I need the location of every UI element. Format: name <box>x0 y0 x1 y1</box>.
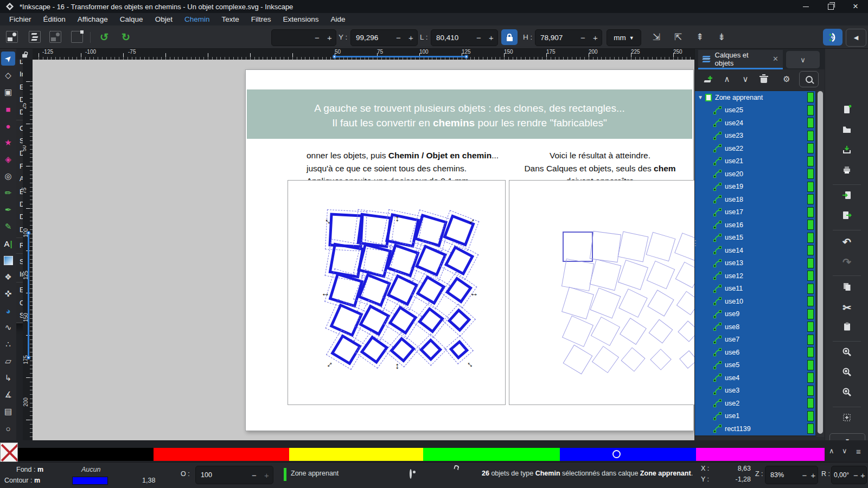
object-row-use6[interactable]: use6 <box>695 346 815 359</box>
banner-text[interactable]: A gauche se trouvent plusieurs objets : … <box>247 89 692 139</box>
fill-value[interactable]: Aucun <box>81 466 100 473</box>
object-row-use7[interactable]: use7 <box>695 333 815 346</box>
tree-scrollbar-thumb[interactable] <box>818 91 823 434</box>
pages-tool[interactable]: ▤ <box>1 404 15 419</box>
minimize-button[interactable] <box>793 0 818 13</box>
horizontal-ruler[interactable]: -125-100-755075100125150175200225250 <box>33 49 694 60</box>
connector-tool[interactable]: ↳ <box>1 371 15 385</box>
select-all-button[interactable] <box>4 30 20 44</box>
select-all-layers-button[interactable] <box>27 30 42 44</box>
mesh-gradient-tool[interactable]: ❖ <box>1 270 15 284</box>
object-row-use25[interactable]: use25 <box>695 104 815 117</box>
opacity-increment[interactable]: + <box>260 466 273 484</box>
selection-scale-handle[interactable]: ↕ <box>395 362 399 370</box>
selection-scale-handle[interactable]: ↔ <box>470 290 478 297</box>
canvas-object-square[interactable] <box>647 261 675 290</box>
rotate-cw-button[interactable]: ↻ <box>118 30 133 44</box>
width-field[interactable]: 80,410 − + <box>431 29 498 46</box>
canvas-object-square[interactable] <box>618 260 648 290</box>
object-row-use15[interactable]: use15 <box>695 232 815 245</box>
zoom-selection-button[interactable] <box>839 345 854 361</box>
y-field[interactable]: 99,296 − + <box>350 29 418 46</box>
canvas-object-square[interactable] <box>590 231 621 262</box>
zoom-field[interactable]: 83% − + <box>765 466 818 484</box>
stroke-color-swatch[interactable] <box>72 477 108 485</box>
layer-visibility-toggle[interactable] <box>410 470 412 478</box>
canvas[interactable]: A gauche se trouvent plusieurs objets : … <box>33 60 694 440</box>
spray-tool[interactable]: ∴ <box>1 337 15 351</box>
y-decrement[interactable]: − <box>392 30 405 46</box>
rotation-increment[interactable]: + <box>859 466 866 484</box>
restore-button[interactable] <box>818 0 843 13</box>
object-row-use11[interactable]: use11 <box>695 282 815 296</box>
menubar-item-objet[interactable]: Objet <box>149 14 178 24</box>
object-row-use5[interactable]: use5 <box>695 359 815 372</box>
lower-layer-button[interactable]: ∨ <box>736 72 755 87</box>
palette-swatch-black[interactable] <box>18 448 154 461</box>
pencil-tool[interactable]: ✏ <box>1 186 15 200</box>
object-row-use20[interactable]: use20 <box>695 168 815 181</box>
canvas-object-square[interactable] <box>646 232 676 262</box>
canvas-object-square[interactable] <box>618 288 647 317</box>
tree-scrollbar[interactable] <box>816 90 824 437</box>
object-row-use2[interactable]: use2 <box>695 397 815 410</box>
undo-button[interactable]: ↶ <box>839 234 854 249</box>
save-document-button[interactable] <box>839 143 854 158</box>
panel-resize-handle[interactable]: ⋮ <box>692 239 699 247</box>
rectangle-tool[interactable]: ■ <box>1 102 15 116</box>
snapbar-collapse-button[interactable]: ◀ <box>846 29 866 47</box>
unit-dropdown[interactable]: mm▼ <box>607 29 641 46</box>
object-row-use18[interactable]: use18 <box>695 193 815 206</box>
x-field[interactable]: − + <box>271 29 336 46</box>
canvas-object-square[interactable] <box>679 350 694 369</box>
menubar-item-affichage[interactable]: Affichage <box>72 14 114 24</box>
bezier-pen-tool[interactable]: ✒ <box>1 203 15 217</box>
zoom-decrement[interactable]: − <box>800 466 809 484</box>
canvas-object-square[interactable] <box>563 345 593 375</box>
rotation-field[interactable]: 0,00° − + <box>831 466 867 484</box>
opacity-decrement[interactable]: − <box>248 466 260 484</box>
current-layer-name[interactable]: Zone apprenant <box>291 470 339 477</box>
new-document-button[interactable] <box>839 103 854 118</box>
tab-calques-et-objets[interactable]: Calques et objets ✕ <box>698 50 783 69</box>
spiral-tool[interactable]: ◎ <box>1 169 15 183</box>
canvas-object-square[interactable] <box>678 320 694 342</box>
tab-close-icon[interactable]: ✕ <box>773 55 778 63</box>
stroke-width-value[interactable]: 1,38 <box>142 477 155 484</box>
x-increment[interactable]: + <box>323 30 336 46</box>
shape-builder-tool[interactable]: ▣ <box>1 85 15 99</box>
tweak-tool[interactable]: ∿ <box>1 320 15 335</box>
object-row-use8[interactable]: use8 <box>695 320 815 333</box>
menubar-item-filtres[interactable]: Filtres <box>245 14 277 24</box>
menubar-item-calque[interactable]: Calque <box>114 14 149 24</box>
canvas-object-square[interactable] <box>561 259 594 291</box>
eraser-tool[interactable]: ▱ <box>1 354 15 368</box>
delete-layer-button[interactable] <box>755 72 773 87</box>
print-document-button[interactable] <box>839 163 854 178</box>
object-row-use13[interactable]: use13 <box>695 257 815 270</box>
canvas-object-square[interactable] <box>675 262 694 288</box>
guide-lock-corner[interactable] <box>16 49 33 60</box>
layer-row-zone-apprenant[interactable]: ▼Zone apprenant <box>695 91 815 104</box>
raise-layer-button[interactable]: ∧ <box>718 72 736 87</box>
menubar-item-texte[interactable]: Texte <box>215 14 245 24</box>
ellipse-tool[interactable]: ● <box>1 119 15 133</box>
object-row-use3[interactable]: use3 <box>695 384 815 397</box>
canvas-object-square[interactable] <box>590 259 621 291</box>
selection-box-button[interactable] <box>69 30 85 44</box>
canvas-object-square[interactable] <box>562 316 593 347</box>
selector-tool[interactable]: ➤ <box>1 52 15 66</box>
canvas-object-square[interactable] <box>590 287 621 318</box>
object-row-use16[interactable]: use16 <box>695 219 815 232</box>
height-increment[interactable]: + <box>589 30 602 46</box>
palette-swatch-red[interactable] <box>154 448 289 461</box>
canvas-object-square[interactable] <box>592 346 619 373</box>
object-row-rect1139[interactable]: rect1139 <box>695 422 815 435</box>
palette-menu-icon[interactable]: ≡ <box>856 447 861 456</box>
gradient-tool[interactable] <box>1 253 15 267</box>
canvas-object-square[interactable] <box>676 291 694 316</box>
width-increment[interactable]: + <box>485 30 497 46</box>
menubar-item-extensions[interactable]: Extensions <box>277 14 324 24</box>
vertical-ruler[interactable]: 255075100125150175200 <box>23 60 33 440</box>
paste-button[interactable] <box>839 320 854 335</box>
